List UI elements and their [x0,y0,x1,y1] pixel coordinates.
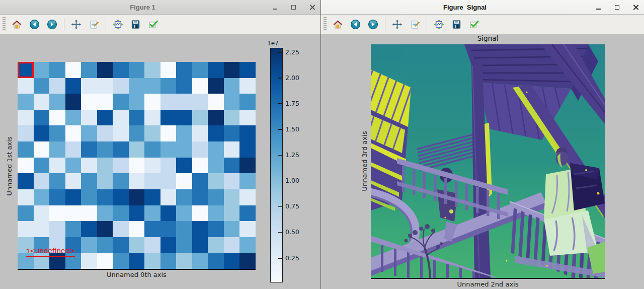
annotation-text: <undefined> [30,247,75,255]
close-button[interactable] [309,4,315,11]
selected-cell-outline[interactable] [18,62,34,78]
heatmap-cell [129,62,145,78]
titlebar[interactable]: Figure 1 [0,0,320,15]
heatmap-cell [224,62,240,78]
heatmap-cell [113,237,129,253]
heatmap-cell [208,237,224,253]
pan-button[interactable] [390,18,404,31]
heatmap-cell [113,221,129,237]
back-button[interactable] [28,18,41,31]
heatmap-cell [239,253,256,269]
colorbar-tick-mark [278,103,282,104]
heatmap-cell [144,110,160,126]
heatmap-cell [113,189,129,205]
apply-button[interactable] [146,18,159,31]
toolbar-grip[interactable] [324,17,327,31]
forward-button[interactable] [45,18,58,31]
heatmap-cell [34,125,50,141]
edit-button[interactable] [87,18,100,31]
heatmap-cell [97,125,113,141]
colorbar-tick-mark [278,206,282,207]
heatmap-cell [49,221,65,237]
heatmap-cell [144,237,160,253]
heatmap-cell [18,125,34,141]
heatmap-cell [192,125,208,141]
heatmap-cell [97,62,113,78]
heatmap-cell [224,141,240,158]
heatmap-cell [65,125,82,141]
heatmap-cell [160,221,177,237]
fit-icon [113,19,123,30]
heatmap-cell [129,110,145,126]
heatmap-plot[interactable] [18,62,256,270]
titlebar[interactable]: Figure Signal [321,0,644,15]
heatmap-cell [176,189,192,205]
heatmap-cell [18,78,34,94]
heatmap-cell [208,173,224,189]
home-button[interactable] [10,18,23,31]
colorbar [270,48,283,282]
heatmap-cell [208,189,224,205]
heatmap-cell [208,94,224,110]
fit-button[interactable] [111,18,124,31]
maximize-button[interactable] [290,4,297,11]
heatmap-cell [97,78,113,94]
maximize-button[interactable] [614,4,620,11]
heatmap-cell [129,221,145,237]
figure-canvas[interactable]: Signal Unnamed 3rd axis [321,34,644,289]
heatmap-cell [144,189,160,205]
heatmap-cell [129,173,145,189]
figure-canvas[interactable]: Unnamed 1st axis 3<undefined> Unnamed 0t… [0,34,320,289]
y-axis-label: Unnamed 1st axis [6,136,13,195]
window-figure-signal: Figure Signal Signal Unnamed 3rd axis [320,0,644,289]
heatmap-cell [224,158,240,174]
heatmap-cell [239,62,256,78]
fit-button[interactable] [432,18,445,31]
heatmap-cell [192,221,208,237]
heatmap-cell [65,205,82,222]
minimize-button[interactable] [595,4,602,11]
pan-button[interactable] [69,18,83,31]
heatmap-cell [144,205,160,222]
heatmap-cell [144,94,160,110]
colorbar-tick-mark [278,232,282,233]
heatmap-cell [113,62,129,78]
home-button[interactable] [331,18,344,31]
heatmap-cell [224,189,240,205]
save-button[interactable] [129,18,142,31]
heatmap-cell [81,221,97,237]
heatmap-cell [144,78,160,94]
minimize-button[interactable] [272,4,278,11]
heatmap-cell [160,110,177,126]
heatmap-cell [49,94,65,110]
heatmap-cell [239,205,256,222]
heatmap-cell [239,221,256,237]
undefined-annotation[interactable]: 3<undefined> [26,246,75,257]
heatmap-cell [192,62,208,78]
toolbar-separator [106,18,106,31]
heatmap-cell [18,173,34,189]
edit-button[interactable] [408,18,421,31]
plot-toolbar [0,15,320,34]
heatmap-cell [239,94,256,110]
heatmap-cell [160,237,177,253]
signal-image[interactable] [371,44,605,279]
forward-button[interactable] [366,18,379,31]
heatmap-cell [192,173,208,189]
heatmap-cell [144,173,160,189]
heatmap-cell [160,62,177,78]
heatmap-cell [18,158,34,174]
heatmap-cell [144,141,160,158]
heatmap-cell [224,173,240,189]
heatmap-cell [224,253,240,269]
toolbar-grip[interactable] [3,17,6,31]
heatmap-cell [34,205,50,222]
close-button[interactable] [632,4,639,11]
back-button[interactable] [349,18,362,31]
heatmap-cell [34,158,50,174]
desktop: Figure 1 Unnamed 1st axis 3<undefined> U… [0,0,644,289]
heatmap-cell [176,78,192,94]
apply-button[interactable] [467,18,480,31]
save-button[interactable] [450,18,463,31]
heatmap-cell [65,62,82,78]
